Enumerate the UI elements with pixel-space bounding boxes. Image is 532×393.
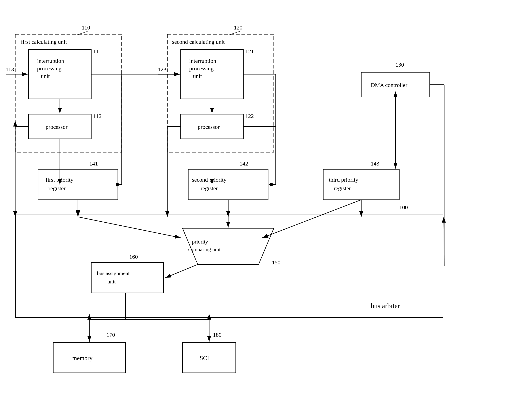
second-priority-reg-line2: register [200,185,218,191]
ref-143: 143 [371,160,379,167]
ref-100: 100 [399,204,408,210]
processor1-label: processor [46,124,68,130]
dma-to-arbiter [444,217,444,266]
memory-label: memory [72,354,93,361]
processor2-label: processor [198,124,220,130]
ipu1-label-line2: processing [37,65,61,72]
first-priority-reg-line1: first priority [46,177,73,183]
ref-160: 160 [129,254,138,260]
first-calc-unit-label: first calculating unit [21,39,67,45]
bau-label-line2: unit [107,279,116,285]
svg-line-3 [76,31,88,35]
ipu1-label-line3: unit [41,73,50,79]
first-priority-register-box [38,169,118,200]
ref-141: 141 [89,160,98,167]
sci-box [183,342,236,373]
ref-180: 180 [213,332,221,338]
ipu2-box [181,49,243,99]
arrow-pcu-to-bau [166,264,198,278]
ref-142: 142 [239,160,248,167]
ref-122: 122 [245,113,254,119]
ref-121: 121 [245,48,254,54]
diagram-svg: first calculating unit 110 interruption … [0,0,532,393]
second-calculating-unit-box [167,34,274,152]
ipu2-label-line2: processing [189,65,214,72]
ipu2-label-line1: interruption [189,58,216,64]
pcu-label-line1: priority [192,239,208,245]
third-priority-reg-line2: register [334,185,351,191]
second-priority-register-box [188,169,268,200]
ref-112: 112 [93,113,102,119]
third-priority-register-box [323,169,399,200]
ipu1-box [29,49,91,99]
bus-assignment-unit-box [91,262,164,293]
first-priority-reg-line2: register [49,185,66,191]
third-priority-reg-line1: third priority [329,177,358,183]
ipu2-label-line3: unit [193,73,202,79]
first-calculating-unit-box [15,34,122,152]
ref-123: 123 [158,66,166,73]
ipu1-label-line1: interruption [37,58,64,64]
ref-170: 170 [107,332,115,338]
ref-120: 120 [234,24,242,31]
fpr-to-pcu [78,217,181,238]
bus-arbiter-label: bus arbiter [371,302,400,310]
tpr-to-pcu [262,200,361,238]
ref-150: 150 [272,259,280,265]
dma-controller-label: DMA controller [371,82,407,88]
bau-label-line1: bus assignment [97,270,130,276]
ref-113: 113 [6,66,14,73]
sci-label: SCI [200,354,209,361]
second-priority-reg-line1: second priority [192,177,226,183]
svg-line-4 [228,31,239,35]
pcu-label-line2: comparing unit [188,246,221,252]
ref-130: 130 [395,61,404,68]
ref-111: 111 [93,48,101,54]
ref-110: 110 [82,24,90,31]
second-calc-unit-label: second calculating unit [172,39,225,45]
